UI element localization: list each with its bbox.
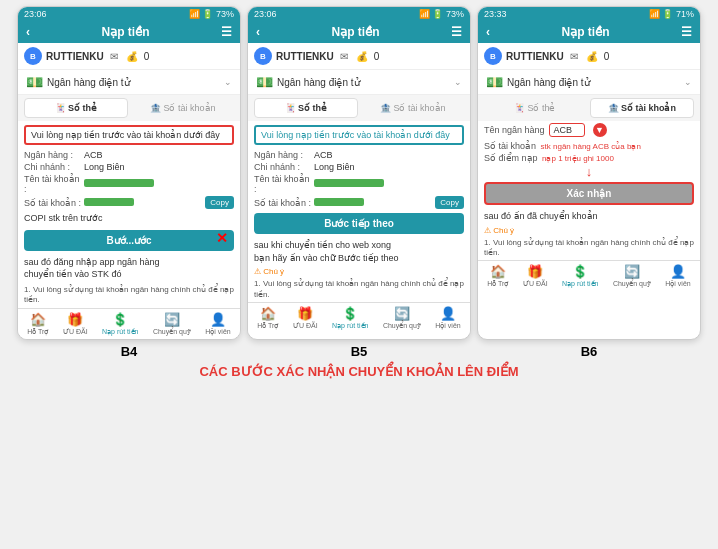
- chevron-b6[interactable]: ⌄: [684, 77, 692, 87]
- header-title-b6: Nạp tiền: [562, 25, 610, 39]
- back-icon-b4[interactable]: ‹: [26, 25, 30, 39]
- tabs-b4: 🃏Số thẻ 🏦Số tài khoản: [18, 95, 240, 121]
- status-bar-b4: 23:06 📶 🔋 73%: [18, 7, 240, 21]
- menu-icon-b6[interactable]: ☰: [681, 25, 692, 39]
- tab-sothe-b5[interactable]: 🃏Số thẻ: [254, 98, 358, 118]
- nav-nap-b5[interactable]: 💲Nạp rút tiền: [332, 306, 368, 330]
- battery-b5: 📶 🔋 73%: [419, 9, 464, 19]
- user-icon-b4: B: [24, 47, 42, 65]
- step-label-b5: B5: [247, 342, 471, 360]
- nav-uudai-b6[interactable]: 🎁ƯU ĐÃI: [523, 264, 548, 288]
- bank-icon-b4: 💵: [26, 74, 43, 90]
- info-branch-b5: Chi nhánh : Long Biên: [248, 161, 470, 173]
- user-name-b4: RUTTIENKU: [46, 51, 104, 62]
- bank-input-b6[interactable]: ACB: [549, 123, 585, 137]
- phones-row: 23:06 📶 🔋 73% ‹ Nạp tiền ☰ B RUTTIENKU ✉…: [0, 0, 718, 342]
- nav-hotro-b5[interactable]: 🏠Hỗ Trợ: [257, 306, 278, 330]
- copy-btn-b5[interactable]: Copy: [435, 196, 464, 209]
- tab-sotaikhoan-b5[interactable]: 🏦Số tài khoản: [362, 98, 464, 118]
- info-bank-b5: Ngân hàng : ACB: [248, 149, 470, 161]
- nav-hotro-b4[interactable]: 🏠Hỗ Trợ: [27, 312, 48, 336]
- user-name-b5: RUTTIENKU: [276, 51, 334, 62]
- coin-icon-b4: 💰: [126, 51, 138, 62]
- chevron-b5[interactable]: ⌄: [454, 77, 462, 87]
- tab-sothe-b6[interactable]: 🃏Số thẻ: [484, 98, 586, 118]
- next-btn-b5[interactable]: Bước tiếp theo: [254, 213, 464, 234]
- info-accountname-b5: Tên tài khoản :: [248, 173, 470, 195]
- step-label-b4: B4: [17, 342, 241, 360]
- tab-sotaikhoan-b4[interactable]: 🏦Số tài khoản: [132, 98, 234, 118]
- info-branch-b4: Chi nhánh : Long Biên: [18, 161, 240, 173]
- phone-b6: 23:33 📶 🔋 71% ‹ Nạp tiền ☰ B RUTTIENKU ✉…: [477, 6, 701, 340]
- time-b5: 23:06: [254, 9, 277, 19]
- coin-icon-b5: 💰: [356, 51, 368, 62]
- nav-nap-b6[interactable]: 💲Nạp rút tiền: [562, 264, 598, 288]
- back-icon-b6[interactable]: ‹: [486, 25, 490, 39]
- section-label-b5: Ngân hàng điện tử: [277, 77, 360, 88]
- warning-b5: ⚠ Chú ý: [248, 266, 470, 277]
- status-bar-b5: 23:06 📶 🔋 73%: [248, 7, 470, 21]
- notice-box-b4: Vui lòng nạp tiền trước vào tài khoản dư…: [24, 125, 234, 145]
- confirm-btn-b6[interactable]: Xác nhận: [484, 182, 694, 205]
- nav-hotro-b6[interactable]: 🏠Hỗ Trợ: [487, 264, 508, 288]
- back-icon-b5[interactable]: ‹: [256, 25, 260, 39]
- phone-b5: 23:06 📶 🔋 73% ‹ Nạp tiền ☰ B RUTTIENKU ✉…: [247, 6, 471, 340]
- account-name-bar-b4: [84, 179, 154, 187]
- chevron-b4[interactable]: ⌄: [224, 77, 232, 87]
- tab-sothe-b4[interactable]: 🃏Số thẻ: [24, 98, 128, 118]
- battery-b6: 📶 🔋 71%: [649, 9, 694, 19]
- nav-hoivien-b6[interactable]: 👤Hội viên: [665, 264, 690, 288]
- note-b5: 1. Vui lòng sử dụng tài khoản ngân hàng …: [248, 277, 470, 302]
- tab-sotaikhoan-b6[interactable]: 🏦Số tài khoản: [590, 98, 694, 118]
- step-labels: B4 B5 B6: [0, 342, 718, 360]
- nav-chuyen-b6[interactable]: 🔄Chuyển quỹ: [613, 264, 651, 288]
- nav-chuyen-b4[interactable]: 🔄Chuyển quỹ: [153, 312, 191, 336]
- bottom-nav-b6: 🏠Hỗ Trợ 🎁ƯU ĐÃI 💲Nạp rút tiền 🔄Chuyển qu…: [478, 260, 700, 291]
- header-title-b5: Nạp tiền: [332, 25, 380, 39]
- info-accountname-b4: Tên tài khoản :: [18, 173, 240, 195]
- nav-nap-b4[interactable]: 💲Nạp rút tiền: [102, 312, 138, 336]
- nav-chuyen-b5[interactable]: 🔄Chuyển quỹ: [383, 306, 421, 330]
- tabs-b5: 🃏Số thẻ 🏦Số tài khoản: [248, 95, 470, 121]
- menu-icon-b4[interactable]: ☰: [221, 25, 232, 39]
- header-b6: ‹ Nạp tiền ☰: [478, 21, 700, 43]
- nav-uudai-b4[interactable]: 🎁ƯU ĐÃI: [63, 312, 88, 336]
- bank-icon-b5: 💵: [256, 74, 273, 90]
- section-title-b6: 💵 Ngân hàng điện tử ⌄: [478, 70, 700, 95]
- status-bar-b6: 23:33 📶 🔋 71%: [478, 7, 700, 21]
- instruction-b4: COPI stk trên trước: [18, 210, 240, 227]
- bank-icon-b6: 💵: [486, 74, 503, 90]
- nav-hoivien-b4[interactable]: 👤Hội viên: [205, 312, 230, 336]
- battery-b4: 📶 🔋 73%: [189, 9, 234, 19]
- account-num-bar-b4: [84, 198, 134, 206]
- menu-icon-b5[interactable]: ☰: [451, 25, 462, 39]
- nav-hoivien-b5[interactable]: 👤Hội viên: [435, 306, 460, 330]
- next-btn-b4[interactable]: Bướ...ước ✕: [24, 230, 234, 251]
- info-bank-b4: Ngân hàng : ACB: [18, 149, 240, 161]
- section-label-b6: Ngân hàng điện tử: [507, 77, 590, 88]
- coin-val-b5: 0: [374, 51, 380, 62]
- dropdown-icon-b6[interactable]: ▼: [593, 123, 607, 137]
- user-icon-b5: B: [254, 47, 272, 65]
- header-title-b4: Nạp tiền: [102, 25, 150, 39]
- arrow-b6: ↓: [478, 164, 700, 179]
- copy-btn-b4[interactable]: Copy: [205, 196, 234, 209]
- stk-hint-b6: Số tài khoản stk ngân hàng ACB của bạn: [478, 139, 700, 153]
- coin-icon-b6: 💰: [586, 51, 598, 62]
- warning-b6: ⚠ Chú ý: [478, 225, 700, 236]
- instruction-b6: sau đó ấn đã chuyển khoản: [478, 208, 700, 225]
- note-b4: 1. Vui lòng sử dụng tài khoản ngân hàng …: [18, 283, 240, 308]
- section-title-b5: 💵 Ngân hàng điện tử ⌄: [248, 70, 470, 95]
- mail-icon-b4: ✉: [110, 51, 118, 62]
- mail-icon-b6: ✉: [570, 51, 578, 62]
- nav-uudai-b5[interactable]: 🎁ƯU ĐÃI: [293, 306, 318, 330]
- info-accountnum-b5: Số tài khoản : Copy: [248, 195, 470, 210]
- info-accountnum-b4: Số tài khoản : Copy: [18, 195, 240, 210]
- user-bar-b5: B RUTTIENKU ✉ 💰 0: [248, 43, 470, 70]
- coin-val-b6: 0: [604, 51, 610, 62]
- bottom-nav-b5: 🏠Hỗ Trợ 🎁ƯU ĐÃI 💲Nạp rút tiền 🔄Chuyển qu…: [248, 302, 470, 333]
- form-bank-b6: Tên ngân hàng ACB ▼: [478, 121, 700, 139]
- account-num-bar-b5: [314, 198, 364, 206]
- instruction-b5: sau khi chuyển tiền cho web xong bạn hãy…: [248, 237, 470, 266]
- tabs-b6: 🃏Số thẻ 🏦Số tài khoản: [478, 95, 700, 121]
